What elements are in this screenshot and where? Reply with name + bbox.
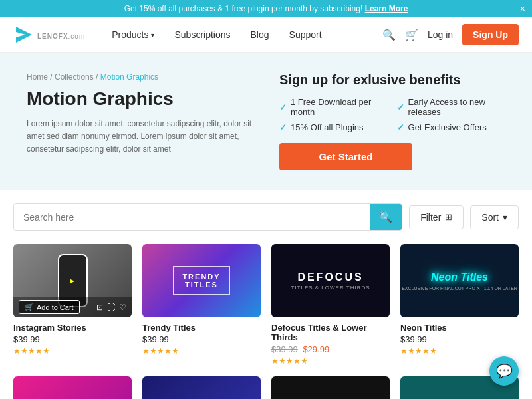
banner-link[interactable]: Learn More — [365, 4, 408, 13]
search-icon[interactable]: 🔍 — [382, 29, 396, 41]
product-card-5[interactable]: INSTAGRAMSPLIT — [13, 376, 132, 399]
thumb-icons-1: ⊡ ⛶ ♡ — [96, 303, 126, 312]
product-price-1: $39.99 — [13, 334, 132, 344]
product-grid-row2: INSTAGRAMSPLIT MOTION 3 SMART MODERN — [13, 376, 519, 399]
check-icon-1: ✓ — [279, 102, 287, 112]
sort-button[interactable]: Sort ▾ — [470, 205, 519, 229]
expand-icon-1[interactable]: ⛶ — [107, 303, 115, 312]
search-button[interactable]: 🔍 — [370, 204, 402, 230]
product-thumb-1: ▶ 🛒 Add to Cart ⊡ ⛶ ♡ — [13, 244, 132, 317]
product-price-4: $39.99 — [400, 334, 519, 344]
card1-overlay: 🛒 Add to Cart ⊡ ⛶ ♡ — [13, 297, 132, 317]
chevron-down-icon: ▾ — [503, 212, 507, 223]
products-section: 🔍 Filter ⊞ Sort ▾ ▶ 🛒 — [0, 190, 532, 399]
filter-label: Filter — [420, 212, 441, 223]
favorite-icon-1[interactable]: ♡ — [119, 303, 126, 312]
hero-description: Lorem ipsum dolor sit amet, consetetur s… — [27, 118, 253, 156]
product-stars-3: ★★★★★ — [271, 356, 390, 366]
check-icon-2: ✓ — [279, 122, 287, 132]
cart-icon[interactable]: 🛒 — [405, 29, 418, 41]
sort-label: Sort — [481, 212, 499, 223]
login-link[interactable]: Log in — [428, 29, 453, 40]
product-thumb-6: MOTION 3 — [142, 376, 261, 399]
product-thumb-5: INSTAGRAMSPLIT — [13, 376, 132, 399]
add-to-cart-button-1[interactable]: 🛒 Add to Cart — [19, 300, 80, 314]
product-grid-row1: ▶ 🛒 Add to Cart ⊡ ⛶ ♡ Instagram Stories — [13, 244, 519, 366]
logo-text: LENOFX.com — [37, 28, 85, 42]
search-input[interactable] — [14, 204, 370, 230]
header: LENOFX.com Products ▾ Subscriptions Blog… — [0, 17, 532, 53]
signup-benefits-title: Sign up for exlusive benefits — [279, 72, 505, 88]
banner-close-button[interactable]: × — [520, 3, 525, 14]
nav-support[interactable]: Support — [289, 29, 322, 40]
chat-icon: 💬 — [496, 363, 513, 379]
main-nav: Products ▾ Subscriptions Blog Support — [112, 29, 369, 40]
svg-marker-0 — [16, 27, 32, 43]
breadcrumb: Home / Collections / Motion Graphics — [27, 72, 253, 82]
product-card-2[interactable]: TRENDY TITLES Trendy Titles $39.99 ★★★★★ — [142, 244, 261, 366]
hero-left: Home / Collections / Motion Graphics Mot… — [27, 72, 253, 170]
product-stars-2: ★★★★★ — [142, 346, 261, 356]
page-title: Motion Graphics — [27, 88, 253, 110]
chat-button[interactable]: 💬 — [489, 356, 519, 386]
product-card-1[interactable]: ▶ 🛒 Add to Cart ⊡ ⛶ ♡ Instagram Stories — [13, 244, 132, 366]
product-stars-1: ★★★★★ — [13, 346, 132, 356]
product-price-3: $39.99 $29.99 — [271, 344, 390, 354]
product-stars-4: ★★★★★ — [400, 346, 519, 356]
product-card-7[interactable]: SMART — [271, 376, 390, 399]
check-icon-3: ✓ — [397, 102, 404, 112]
chevron-down-icon: ▾ — [151, 31, 154, 39]
breadcrumb-collections[interactable]: Collections — [55, 72, 94, 82]
benefits-col-right: ✓ Early Access to new releases ✓ Get Exc… — [397, 97, 505, 132]
product-card-3[interactable]: DEFOCUS TITLES & LOWER THIRDS Defocus Ti… — [271, 244, 390, 366]
nav-products[interactable]: Products ▾ — [112, 29, 154, 40]
nav-blog[interactable]: Blog — [251, 29, 269, 40]
benefit-3: ✓ Early Access to new releases — [397, 97, 505, 117]
filter-icon: ⊞ — [445, 212, 452, 222]
product-name-1: Instagram Stories — [13, 323, 132, 332]
product-thumb-3: DEFOCUS TITLES & LOWER THIRDS — [271, 244, 390, 317]
get-started-button[interactable]: Get Started — [279, 143, 412, 170]
product-card-4[interactable]: Neon Titles EXCLUSIVE FOR FINAL CUT PRO … — [400, 244, 519, 366]
benefits-list: ✓ 1 Free Download per month ✓ 15% Off al… — [279, 97, 505, 132]
banner-text: Get 15% off all purchases & 1 free plugi… — [124, 4, 363, 13]
breadcrumb-current: Motion Graphics — [100, 72, 158, 82]
product-thumb-2: TRENDY TITLES — [142, 244, 261, 317]
search-icon: 🔍 — [379, 211, 392, 223]
search-filter-row: 🔍 Filter ⊞ Sort ▾ — [13, 203, 519, 231]
hero-section: Home / Collections / Motion Graphics Mot… — [0, 53, 532, 190]
nav-subscriptions[interactable]: Subscriptions — [174, 29, 230, 40]
product-name-3: Defocus Titles & Lower Thirds — [271, 323, 390, 342]
product-price-2: $39.99 — [142, 334, 261, 344]
filter-button[interactable]: Filter ⊞ — [409, 205, 464, 229]
logo-icon — [13, 24, 35, 45]
header-actions: 🔍 🛒 Log in Sign Up — [382, 24, 519, 45]
product-thumb-4: Neon Titles EXCLUSIVE FOR FINAL CUT PRO … — [400, 244, 519, 317]
top-banner: Get 15% off all purchases & 1 free plugi… — [0, 0, 532, 17]
search-wrapper: 🔍 — [13, 203, 402, 231]
product-name-2: Trendy Titles — [142, 323, 261, 332]
signup-button[interactable]: Sign Up — [462, 24, 519, 45]
benefit-2: ✓ 15% Off all Plugins — [279, 122, 384, 132]
logo[interactable]: LENOFX.com — [13, 24, 85, 45]
breadcrumb-home[interactable]: Home — [27, 72, 48, 82]
preview-icon-1[interactable]: ⊡ — [96, 303, 103, 312]
product-thumb-7: SMART — [271, 376, 390, 399]
benefit-1: ✓ 1 Free Download per month — [279, 97, 384, 117]
product-name-4: Neon Titles — [400, 323, 519, 332]
product-card-6[interactable]: MOTION 3 — [142, 376, 261, 399]
cart-icon: 🛒 — [25, 303, 34, 311]
benefits-col-left: ✓ 1 Free Download per month ✓ 15% Off al… — [279, 97, 384, 132]
check-icon-4: ✓ — [397, 122, 404, 132]
hero-right: Sign up for exlusive benefits ✓ 1 Free D… — [279, 72, 505, 170]
benefit-4: ✓ Get Exclusive Offers — [397, 122, 505, 132]
